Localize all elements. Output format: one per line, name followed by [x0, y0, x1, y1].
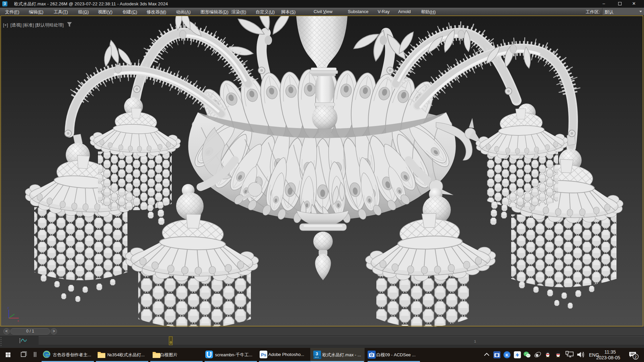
- svg-text:2023-08-05: 2023-08-05: [596, 355, 620, 360]
- svg-text:2: 2: [635, 355, 637, 359]
- svg-text:11:35: 11:35: [604, 349, 616, 355]
- svg-text:MAX: MAX: [315, 356, 319, 358]
- svg-text:1: 1: [474, 340, 476, 344]
- svg-text:K: K: [505, 353, 509, 358]
- svg-text:Ps: Ps: [261, 352, 266, 357]
- svg-text:0: 0: [170, 341, 172, 345]
- svg-text:3: 3: [316, 351, 318, 356]
